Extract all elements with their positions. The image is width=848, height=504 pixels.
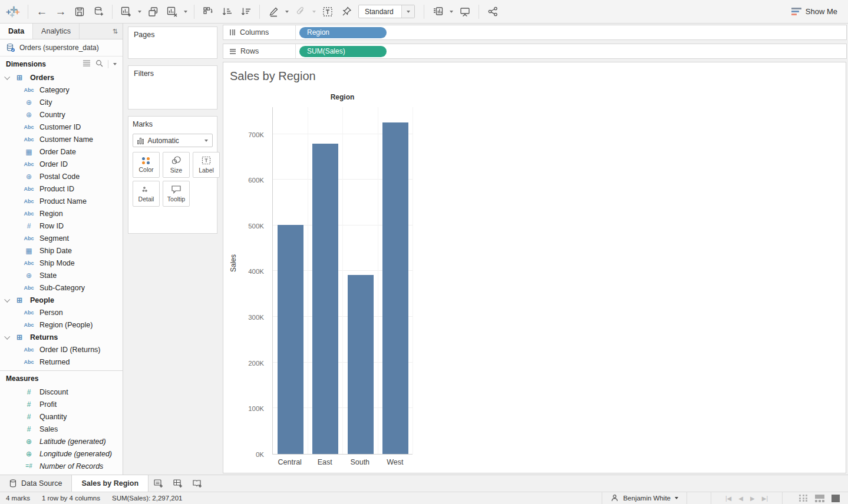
bar-east[interactable] (312, 144, 338, 454)
show-hide-cards-caret[interactable] (448, 4, 454, 20)
presentation-mode-button[interactable] (457, 4, 473, 20)
tab-data-source[interactable]: Data Source (0, 475, 71, 492)
field-person[interactable]: AbcPerson (0, 306, 123, 319)
rows-shelf[interactable]: Rows SUM(Sales) (223, 44, 847, 59)
field-ship-date[interactable]: ▦Ship Date (0, 244, 123, 257)
field-region[interactable]: AbcRegion (0, 207, 123, 220)
highlight-button[interactable] (265, 4, 282, 20)
field-category[interactable]: AbcCategory (0, 84, 123, 96)
field-country[interactable]: ⊕Country (0, 108, 123, 121)
field-customer-id[interactable]: AbcCustomer ID (0, 121, 123, 133)
show-sheet-sorter-icon[interactable] (799, 495, 808, 502)
clear-sheet-caret[interactable] (183, 4, 189, 20)
pill-sum-sales-[interactable]: SUM(Sales) (299, 46, 387, 57)
tooltip-button[interactable]: Tooltip (163, 181, 190, 207)
find-field-icon[interactable] (95, 59, 103, 69)
columns-shelf[interactable]: Columns Region (223, 25, 847, 40)
field-state[interactable]: ⊕State (0, 269, 123, 281)
sort-descending-button[interactable] (237, 4, 254, 20)
field-orders[interactable]: ⊞Orders (0, 71, 123, 84)
x-label-west[interactable]: West (378, 458, 413, 466)
share-button[interactable] (484, 4, 501, 20)
detail-button[interactable]: Detail (133, 181, 160, 207)
field-product-name[interactable]: AbcProduct Name (0, 195, 123, 207)
view-as-list-icon[interactable] (83, 59, 91, 68)
field-latitude-generated-[interactable]: ⊕Latitude (generated) (0, 435, 123, 447)
new-worksheet-tab-button[interactable] (149, 475, 168, 492)
fit-mode-select[interactable]: Standard (358, 5, 415, 18)
field-number-of-records[interactable]: =#Number of Records (0, 460, 123, 472)
x-label-south[interactable]: South (342, 458, 378, 466)
tab-data[interactable]: Data (0, 24, 33, 39)
pane-swap-icon[interactable]: ⇅ (113, 28, 118, 35)
show-hide-cards-button[interactable] (430, 4, 446, 20)
color-button[interactable]: Color (133, 152, 160, 178)
y-axis[interactable]: 0K100K200K300K400K500K600K700K (236, 107, 269, 455)
field-postal-code[interactable]: ⊕Postal Code (0, 170, 123, 183)
field-product-id[interactable]: AbcProduct ID (0, 183, 123, 195)
swap-rows-columns-button[interactable] (200, 4, 216, 20)
text-annotation-button[interactable] (319, 4, 336, 20)
fit-mode-caret[interactable] (401, 5, 414, 18)
field-sales[interactable]: #Sales (0, 423, 123, 435)
field-quantity[interactable]: #Quantity (0, 410, 123, 423)
new-dashboard-tab-button[interactable] (168, 475, 187, 492)
user-menu[interactable]: Benjamin White (611, 494, 678, 502)
bar-west[interactable] (382, 122, 408, 454)
expand-caret-icon[interactable] (4, 334, 10, 340)
field-order-id-returns-[interactable]: AbcOrder ID (Returns) (0, 343, 123, 356)
expand-caret-icon[interactable] (4, 74, 10, 80)
field-row-id[interactable]: #Row ID (0, 220, 123, 232)
size-button[interactable]: Size (163, 152, 190, 178)
field-returned[interactable]: AbcReturned (0, 356, 123, 368)
pages-shelf[interactable]: Pages (128, 26, 217, 59)
dimensions-menu-caret[interactable] (113, 63, 117, 65)
field-longitude-generated-[interactable]: ⊕Longitude (generated) (0, 447, 123, 460)
datasource-item[interactable]: Orders (superstore_data) (0, 39, 123, 57)
fix-axes-pin-button[interactable] (338, 4, 355, 20)
column-field-header[interactable]: Region (272, 93, 413, 101)
x-label-central[interactable]: Central (272, 458, 308, 466)
field-segment[interactable]: AbcSegment (0, 232, 123, 244)
save-button[interactable] (71, 4, 88, 20)
sort-ascending-button[interactable] (219, 4, 235, 20)
field-ship-mode[interactable]: AbcShip Mode (0, 257, 123, 269)
field-returns[interactable]: ⊞Returns (0, 331, 123, 343)
tab-sheet-sales-by-region[interactable]: Sales by Region (71, 475, 149, 492)
label-button[interactable]: Label (193, 152, 220, 178)
new-worksheet-caret[interactable] (137, 4, 143, 20)
plot-area[interactable] (272, 107, 413, 455)
add-data-source-button[interactable] (90, 4, 107, 20)
expand-caret-icon[interactable] (4, 297, 10, 303)
field-city[interactable]: ⊕City (0, 96, 123, 108)
show-tabs-icon[interactable] (831, 495, 840, 502)
sheet-title[interactable]: Sales by Region (230, 69, 316, 83)
y-tick-label: 0K (256, 451, 264, 458)
field-profit[interactable]: #Profit (0, 398, 123, 410)
tab-analytics[interactable]: Analytics (33, 24, 80, 39)
status-grid-size: 1 row by 4 columns (42, 495, 100, 502)
mark-type-dropdown[interactable]: Automatic (133, 134, 213, 147)
pill-region[interactable]: Region (299, 27, 387, 38)
field-order-id[interactable]: AbcOrder ID (0, 158, 123, 170)
filters-shelf[interactable]: Filters (128, 65, 217, 110)
field-customer-name[interactable]: AbcCustomer Name (0, 133, 123, 145)
x-label-east[interactable]: East (308, 458, 343, 466)
duplicate-sheet-button[interactable] (145, 4, 161, 20)
field-people[interactable]: ⊞People (0, 294, 123, 306)
field-sub-category[interactable]: AbcSub-Category (0, 281, 123, 294)
highlight-caret[interactable] (284, 4, 290, 20)
new-worksheet-button[interactable] (118, 4, 134, 20)
show-me-button[interactable]: Show Me (787, 5, 842, 18)
bar-central[interactable] (278, 225, 303, 454)
redo-button[interactable]: → (52, 4, 69, 20)
tooltip-icon (171, 185, 182, 194)
field-order-date[interactable]: ▦Order Date (0, 145, 123, 158)
field-discount[interactable]: #Discount (0, 386, 123, 398)
clear-sheet-button[interactable] (164, 4, 180, 20)
field-region-people-[interactable]: AbcRegion (People) (0, 319, 123, 331)
undo-button[interactable]: ← (34, 4, 50, 20)
new-story-tab-button[interactable] (187, 475, 207, 492)
bar-south[interactable] (348, 275, 374, 454)
show-filmstrip-icon[interactable] (815, 495, 824, 502)
